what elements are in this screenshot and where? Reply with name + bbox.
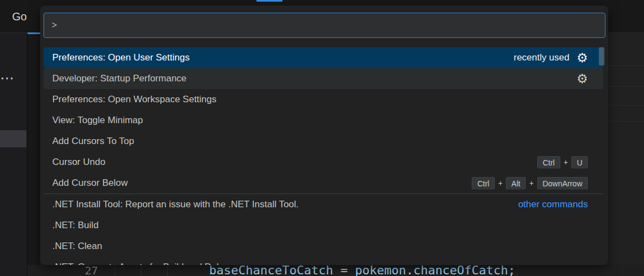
code-token bbox=[333, 263, 340, 276]
active-tab-indicator bbox=[28, 32, 40, 34]
command-item[interactable]: Preferences: Open Workspace Settings bbox=[43, 89, 603, 110]
scrollbar-thumb[interactable] bbox=[599, 47, 604, 65]
gear-icon[interactable]: ⚙ bbox=[576, 73, 588, 85]
keybinding: Ctrl+U bbox=[537, 156, 588, 169]
command-center-focus-line bbox=[256, 0, 282, 2]
keybinding: Ctrl+Alt+DownArrow bbox=[472, 177, 588, 190]
indent-guide bbox=[167, 265, 168, 276]
command-item-label: .NET Install Tool: Report an issue with … bbox=[52, 199, 299, 210]
command-item-label: Developer: Startup Performance bbox=[52, 73, 187, 84]
tab-strip bbox=[28, 34, 40, 265]
editor-code-area[interactable]: 27 baseChanceToCatch = pokemon.chanceOfC… bbox=[28, 265, 644, 276]
command-item[interactable]: View: Toggle Minimap bbox=[43, 110, 603, 131]
command-item-label: Preferences: Open Workspace Settings bbox=[52, 94, 216, 105]
command-list: Preferences: Open User Settingsrecently … bbox=[40, 47, 608, 265]
other-commands-link[interactable]: other commands bbox=[518, 199, 588, 210]
command-item[interactable]: .NET: Build bbox=[43, 215, 603, 236]
keybinding-plus: + bbox=[498, 179, 503, 187]
command-item-label: Add Cursor Below bbox=[52, 178, 128, 189]
command-item[interactable]: .NET: Generate Assets for Build and Debu… bbox=[43, 257, 603, 265]
command-item-label: Cursor Undo bbox=[52, 157, 105, 168]
code-token bbox=[348, 263, 355, 276]
vscode-window: Go ⋯ 27 baseChanceToCatch = pokemon.chan… bbox=[0, 0, 644, 276]
code-token: ; bbox=[508, 263, 515, 276]
command-item[interactable]: Cursor UndoCtrl+U bbox=[43, 152, 603, 173]
command-input[interactable] bbox=[43, 13, 605, 38]
key-chip: DownArrow bbox=[537, 177, 588, 190]
command-item-label: .NET: Generate Assets for Build and Debu… bbox=[52, 262, 232, 265]
command-item[interactable]: Add Cursor BelowCtrl+Alt+DownArrow bbox=[43, 173, 603, 194]
command-palette: Preferences: Open User Settingsrecently … bbox=[40, 5, 608, 265]
code-token: chanceOfCatch bbox=[413, 263, 508, 276]
command-item-label: Preferences: Open User Settings bbox=[52, 52, 189, 63]
command-item[interactable]: Add Cursors To Top bbox=[43, 131, 603, 152]
indent-guide bbox=[141, 265, 141, 276]
keybinding-plus: + bbox=[529, 179, 533, 187]
command-item-label: .NET: Clean bbox=[52, 241, 102, 252]
key-chip: U bbox=[571, 156, 588, 169]
command-item-label: View: Toggle Minimap bbox=[52, 115, 143, 126]
command-item-label: .NET: Build bbox=[52, 220, 99, 231]
indent-guide bbox=[114, 265, 115, 276]
left-side-panel: ⋯ bbox=[0, 34, 27, 276]
more-actions-icon[interactable]: ⋯ bbox=[0, 71, 22, 85]
keybinding-plus: + bbox=[564, 158, 568, 167]
command-item[interactable]: Developer: Startup Performance⚙ bbox=[43, 68, 603, 89]
gear-icon[interactable]: ⚙ bbox=[576, 52, 588, 64]
command-item[interactable]: .NET: Clean bbox=[43, 236, 603, 257]
key-chip: Ctrl bbox=[537, 156, 560, 169]
code-token: pokemon bbox=[355, 263, 406, 276]
code-token: baseChanceToCatch bbox=[209, 263, 333, 276]
code-token: = bbox=[340, 263, 347, 276]
key-chip: Alt bbox=[506, 177, 526, 190]
key-chip: Ctrl bbox=[472, 177, 495, 190]
background-selected-row bbox=[0, 130, 26, 147]
command-item[interactable]: Preferences: Open User Settingsrecently … bbox=[43, 47, 603, 68]
editor-background-strip bbox=[608, 34, 644, 265]
code-line: baseChanceToCatch = pokemon.chanceOfCatc… bbox=[209, 264, 515, 276]
menu-item-go[interactable]: Go bbox=[9, 0, 30, 33]
command-item[interactable]: .NET Install Tool: Report an issue with … bbox=[43, 194, 603, 215]
line-number: 27 bbox=[55, 265, 98, 276]
indent-guide bbox=[88, 265, 89, 276]
recently-used-label: recently used bbox=[514, 52, 569, 63]
code-token: . bbox=[406, 263, 413, 276]
command-item-label: Add Cursors To Top bbox=[52, 136, 134, 147]
